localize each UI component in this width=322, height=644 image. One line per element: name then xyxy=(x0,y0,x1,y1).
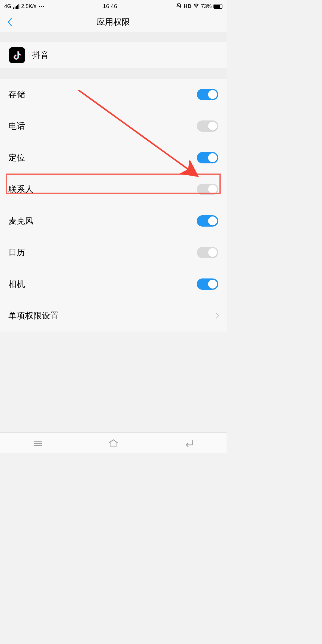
perm-toggle-location[interactable] xyxy=(197,152,218,163)
back-button[interactable] xyxy=(5,18,14,27)
section-gap xyxy=(0,32,227,42)
speed-label: 2.5K/s xyxy=(21,3,36,10)
perm-toggle-contacts[interactable] xyxy=(197,184,218,195)
page-title: 应用权限 xyxy=(97,16,130,28)
perm-row-calendar: 日历 xyxy=(0,237,227,268)
individual-perm-settings[interactable]: 单项权限设置 xyxy=(0,300,227,332)
network-label: 4G xyxy=(4,3,11,10)
perm-toggle-microphone[interactable] xyxy=(197,215,218,227)
perm-label: 日历 xyxy=(8,247,25,258)
perm-row-camera: 相机 xyxy=(0,268,227,300)
perm-label: 存储 xyxy=(8,89,25,100)
chevron-right-icon xyxy=(213,313,219,319)
perm-label: 电话 xyxy=(8,120,25,132)
app-icon xyxy=(9,47,25,63)
nav-header: 应用权限 xyxy=(0,13,227,32)
recents-button[interactable] xyxy=(32,437,44,449)
battery-icon xyxy=(213,4,222,9)
perm-row-microphone: 麦克风 xyxy=(0,205,227,237)
battery-pct-label: 73% xyxy=(201,3,212,10)
perm-toggle-phone[interactable] xyxy=(197,120,218,132)
app-header-row: 抖音 xyxy=(0,42,227,68)
permissions-list: 存储 电话 定位 联系人 麦克风 日历 相机 单项权限设置 xyxy=(0,79,227,332)
perm-label: 相机 xyxy=(8,278,25,290)
perm-label: 定位 xyxy=(8,152,25,163)
home-button[interactable] xyxy=(107,437,119,449)
system-nav-bar xyxy=(0,432,227,453)
perm-label: 联系人 xyxy=(8,184,33,195)
perm-row-location: 定位 xyxy=(0,142,227,174)
perm-row-storage: 存储 xyxy=(0,79,227,110)
back-nav-button[interactable] xyxy=(183,437,195,449)
mute-icon xyxy=(176,3,182,10)
perm-toggle-storage[interactable] xyxy=(197,89,218,100)
section-gap xyxy=(0,68,227,79)
status-bar: 4G 2.5K/s 16:46 HD 73% xyxy=(0,0,227,13)
perm-toggle-calendar[interactable] xyxy=(197,247,218,258)
perm-toggle-camera[interactable] xyxy=(197,278,218,290)
app-name-label: 抖音 xyxy=(32,49,49,61)
link-label: 单项权限设置 xyxy=(8,310,58,321)
hd-label: HD xyxy=(184,3,191,10)
perm-label: 麦克风 xyxy=(8,215,33,227)
wifi-icon xyxy=(193,3,199,10)
time-label: 16:46 xyxy=(103,3,117,10)
more-icon xyxy=(39,6,44,7)
perm-row-contacts: 联系人 xyxy=(0,174,227,205)
signal-icon xyxy=(13,4,19,9)
perm-row-phone: 电话 xyxy=(0,110,227,142)
